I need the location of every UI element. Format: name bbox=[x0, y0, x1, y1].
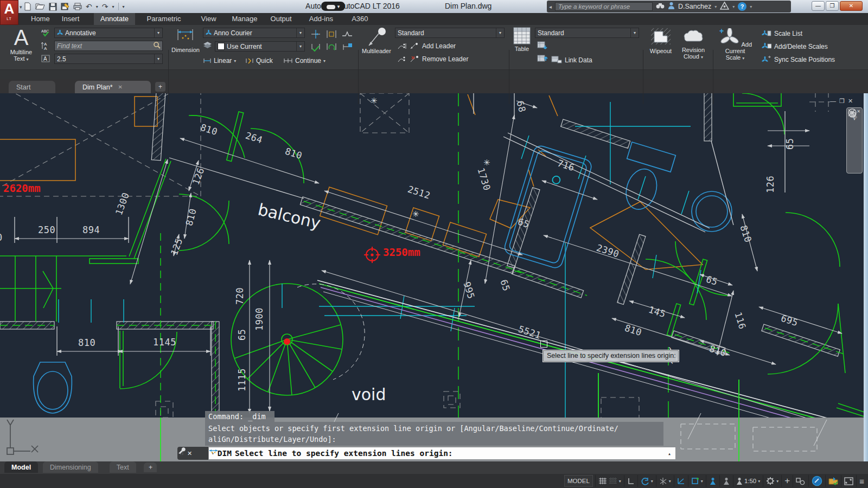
text-align-icon[interactable]: AA bbox=[41, 41, 51, 52]
a360-caret-icon[interactable]: ▾ bbox=[732, 4, 735, 9]
command-window-grip[interactable]: ⁞⁞ ✕ bbox=[177, 447, 208, 460]
undo-icon[interactable]: ↶ bbox=[86, 2, 92, 11]
multileader-button[interactable]: Multileader bbox=[360, 27, 393, 54]
customization-gear-button[interactable]: ▾ bbox=[763, 475, 781, 487]
jog-line-icon[interactable] bbox=[342, 29, 353, 41]
table-button[interactable]: Table bbox=[510, 27, 534, 52]
ribbon-tab-output[interactable]: Output bbox=[264, 13, 298, 25]
add-delete-scales-button[interactable]: Add/Delete Scales bbox=[762, 42, 828, 50]
find-text-input[interactable]: Find text bbox=[54, 41, 163, 51]
user-menu-caret-icon[interactable]: ▾ bbox=[714, 4, 717, 9]
linear-dim-button[interactable]: Linear▾ bbox=[203, 55, 236, 66]
fullscreen-button[interactable] bbox=[841, 475, 856, 487]
new-layout-button[interactable]: + bbox=[144, 463, 157, 472]
text-style-combo[interactable]: Annotative▾ bbox=[54, 28, 163, 38]
save-as-icon[interactable] bbox=[61, 3, 69, 11]
annotation-scale-button[interactable]: 1:50 ▾ bbox=[733, 475, 763, 487]
viewport-window-controls[interactable]: —❐✕ bbox=[830, 98, 856, 105]
mleader-style-combo[interactable]: Standard▾ bbox=[395, 28, 505, 38]
maximize-button[interactable]: ❐ bbox=[826, 1, 839, 11]
isolate-objects-button[interactable] bbox=[793, 475, 808, 487]
adjust-space-icon[interactable] bbox=[326, 29, 337, 41]
layout-tab-model[interactable]: Model bbox=[4, 461, 38, 473]
ribbon-tab-view[interactable]: View bbox=[195, 13, 223, 25]
graphics-performance-button[interactable] bbox=[808, 475, 825, 487]
zoom-extents-icon[interactable] bbox=[847, 108, 858, 118]
open-file-icon[interactable] bbox=[35, 3, 45, 10]
text-style-icon[interactable]: A bbox=[41, 54, 51, 65]
connect-button[interactable]: ▾ bbox=[321, 2, 345, 11]
navigation-bar[interactable]: ✕ 2D ▾ bbox=[846, 107, 863, 174]
ribbon-tab-parametric[interactable]: Parametric bbox=[141, 13, 188, 25]
new-file-icon[interactable] bbox=[24, 2, 31, 11]
layout-tab-dimensioning[interactable]: Dimensioning bbox=[43, 461, 98, 473]
scale-list-button[interactable]: Scale List bbox=[762, 29, 802, 37]
ribbon-tab-manage[interactable]: Manage bbox=[225, 13, 264, 25]
save-icon[interactable] bbox=[49, 3, 57, 11]
table-style-combo[interactable]: Standard▾ bbox=[535, 28, 639, 38]
add-leader-button[interactable]: Add Leader bbox=[397, 42, 456, 50]
ortho-button[interactable] bbox=[624, 475, 637, 487]
dim-reassociate-icon[interactable] bbox=[326, 42, 337, 54]
undo-caret-icon[interactable]: ▾ bbox=[96, 4, 98, 9]
polar-tracking-button[interactable]: ▾ bbox=[637, 475, 656, 487]
extract-data-icon[interactable] bbox=[537, 41, 548, 53]
ribbon-tab-a360[interactable]: A360 bbox=[345, 13, 374, 25]
application-menu-button[interactable]: A LT bbox=[0, 0, 18, 25]
text-height-combo[interactable]: 2.5▾ bbox=[54, 54, 163, 64]
help-caret-icon[interactable]: ▾ bbox=[750, 4, 752, 9]
new-drawing-tab-button[interactable]: + bbox=[155, 82, 165, 92]
user-avatar-icon[interactable] bbox=[668, 2, 675, 11]
model-space-button[interactable]: MODEL bbox=[564, 475, 593, 487]
application-menu-caret-icon[interactable]: ▾ bbox=[20, 4, 22, 10]
revision-cloud-button[interactable]: Revision Cloud ▾ bbox=[677, 27, 710, 61]
ribbon-tab-home[interactable]: Home bbox=[24, 13, 56, 25]
command-close-icon[interactable]: ✕ bbox=[187, 450, 192, 457]
object-snap-tracking-button[interactable] bbox=[674, 475, 688, 487]
command-customize-wrench-icon[interactable] bbox=[177, 447, 186, 454]
multiline-text-button[interactable]: A Multiline Text ▾ bbox=[4, 26, 38, 63]
command-expand-caret-icon[interactable]: ▴ bbox=[668, 451, 671, 457]
trusted-autodesk-button[interactable] bbox=[825, 475, 841, 487]
continue-dim-button[interactable]: Continue▾ bbox=[283, 55, 326, 66]
drawing-canvas[interactable]: 8102648101268101300125250894025121730687… bbox=[0, 93, 868, 461]
ribbon-tab-insert[interactable]: Insert bbox=[55, 13, 86, 25]
wipeout-button[interactable]: Wipeout bbox=[646, 27, 676, 54]
dim-style-combo[interactable]: Anno Courier▾ bbox=[203, 28, 305, 38]
find-search-icon[interactable] bbox=[153, 41, 161, 50]
spell-check-icon[interactable]: ABC bbox=[41, 28, 51, 39]
close-button[interactable]: ✕ bbox=[840, 1, 863, 11]
isometric-drafting-button[interactable]: ▾ bbox=[656, 475, 674, 487]
redo-icon[interactable]: ↷ bbox=[102, 2, 108, 11]
help-icon[interactable]: ? bbox=[738, 2, 746, 11]
object-snap-button[interactable]: ▾ bbox=[688, 475, 706, 487]
print-icon[interactable] bbox=[73, 3, 82, 10]
minimize-button[interactable]: — bbox=[812, 1, 825, 11]
redo-caret-icon[interactable]: ▾ bbox=[112, 4, 114, 9]
customization-menu-button[interactable]: ≡ bbox=[856, 475, 867, 487]
plus-object-button[interactable]: + bbox=[781, 475, 793, 487]
dimension-button[interactable]: Dimension bbox=[170, 27, 201, 53]
file-tab-dim-plan[interactable]: Dim Plan*✕ bbox=[75, 81, 151, 93]
dim-layer-combo[interactable]: Use Current▾ bbox=[215, 41, 305, 52]
a360-icon[interactable] bbox=[720, 2, 729, 12]
ribbon-tab-annotate[interactable]: Annotate bbox=[94, 13, 135, 25]
command-input-bar[interactable]: ▾ DIM Select line to specify extension l… bbox=[208, 447, 676, 460]
search-binoculars-icon[interactable] bbox=[656, 2, 665, 11]
sync-scale-positions-button[interactable]: Sync Scale Positions bbox=[762, 55, 835, 63]
file-tab-start[interactable]: Start bbox=[9, 81, 55, 93]
annotation-visibility-button[interactable] bbox=[706, 475, 719, 487]
ribbon-tab-add-ins[interactable]: Add-ins bbox=[303, 13, 340, 25]
add-current-scale-button[interactable]: + Add Current Scale ▾ bbox=[717, 27, 753, 62]
search-input[interactable] bbox=[555, 2, 653, 11]
dim-break-icon[interactable] bbox=[310, 29, 321, 41]
signed-in-user[interactable]: D.Sanchez bbox=[678, 3, 711, 10]
qat-customize-icon[interactable]: ▾ bbox=[123, 4, 125, 9]
dim-update-icon[interactable] bbox=[310, 42, 321, 54]
dim-override-icon[interactable] bbox=[342, 42, 353, 54]
auto-scale-button[interactable] bbox=[719, 475, 733, 487]
grid-snap-button[interactable]: ▾ bbox=[595, 475, 624, 487]
vertical-scrollbar[interactable] bbox=[864, 93, 868, 461]
quick-dim-button[interactable]: Quick bbox=[245, 55, 273, 66]
upload-data-icon[interactable] bbox=[537, 54, 548, 66]
